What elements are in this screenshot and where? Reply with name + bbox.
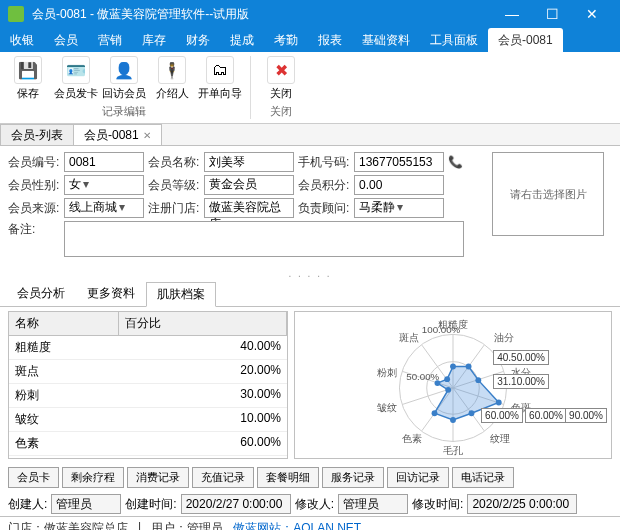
subtab-skin[interactable]: 肌肤档案 — [146, 282, 216, 307]
grid-header-pct[interactable]: 百分比 — [119, 312, 287, 335]
label-points: 会员积分: — [298, 177, 350, 194]
status-store: 傲蓝美容院总店 — [44, 521, 128, 530]
table-row: 粉刺30.00% — [9, 384, 287, 408]
svg-text:毛孔: 毛孔 — [443, 445, 463, 456]
btab-card[interactable]: 会员卡 — [8, 467, 59, 488]
svg-text:粉刺: 粉刺 — [377, 367, 397, 378]
field-mtime — [467, 494, 577, 514]
svg-text:斑点: 斑点 — [398, 332, 418, 343]
ribbon-order-wizard[interactable]: 🗂开单向导 — [196, 54, 244, 103]
tab-member-list[interactable]: 会员-列表 — [0, 124, 74, 145]
field-modifier — [338, 494, 408, 514]
field-phone[interactable] — [354, 152, 444, 172]
label-mtime: 修改时间: — [412, 496, 463, 513]
menu-commission[interactable]: 提成 — [220, 28, 264, 52]
close-icon: ✖ — [267, 56, 295, 84]
menu-member-0081[interactable]: 会员-0081 — [488, 28, 563, 52]
label-store: 注册门店: — [148, 200, 200, 217]
field-level[interactable]: 黄金会员 — [204, 175, 294, 195]
chart-tooltip: 90.00% — [565, 408, 607, 423]
ribbon-close[interactable]: ✖关闭 — [257, 54, 305, 103]
subtab-analysis[interactable]: 会员分析 — [6, 281, 76, 306]
field-name[interactable] — [204, 152, 294, 172]
btab-consume[interactable]: 消费记录 — [127, 467, 189, 488]
menu-finance[interactable]: 财务 — [176, 28, 220, 52]
tab-close-icon[interactable]: ✕ — [143, 130, 151, 141]
field-source[interactable]: 线上商城 — [64, 198, 144, 218]
menu-inventory[interactable]: 库存 — [132, 28, 176, 52]
table-row: 斑点20.00% — [9, 360, 287, 384]
svg-point-16 — [496, 400, 502, 406]
ribbon-issue-card[interactable]: 🪪会员发卡 — [52, 54, 100, 103]
ribbon-visit[interactable]: 👤回访会员 — [100, 54, 148, 103]
status-link[interactable]: 傲蓝网站：AOLAN.NET — [233, 521, 361, 530]
photo-box[interactable]: 请右击选择图片 — [492, 152, 604, 236]
menu-cashier[interactable]: 收银 — [0, 28, 44, 52]
svg-point-15 — [475, 377, 481, 383]
label-source: 会员来源: — [8, 200, 60, 217]
maximize-button[interactable]: ☐ — [532, 0, 572, 28]
menu-reports[interactable]: 报表 — [308, 28, 352, 52]
status-store-label: 门店： — [8, 521, 44, 530]
svg-text:油分: 油分 — [494, 332, 514, 343]
ribbon-save[interactable]: 💾保存 — [4, 54, 52, 103]
radar-chart: 粗糙度 油分 水分 色斑 纹理 毛孔 色素 皱纹 粉刺 斑点 100.00% 5… — [294, 311, 612, 459]
chart-tooltip: 60.00% — [525, 408, 567, 423]
label-remark: 备注: — [8, 221, 60, 238]
field-store[interactable]: 傲蓝美容院总店 — [204, 198, 294, 218]
svg-text:色素: 色素 — [402, 433, 422, 444]
menu-marketing[interactable]: 营销 — [88, 28, 132, 52]
skin-grid: 名称 百分比 粗糙度40.00% 斑点20.00% 粉刺30.00% 皱纹10.… — [8, 311, 288, 459]
btab-call[interactable]: 电话记录 — [452, 467, 514, 488]
table-row: 粗糙度40.00% — [9, 336, 287, 360]
menubar: 收银 会员 营销 库存 财务 提成 考勤 报表 基础资料 工具面板 会员-008… — [0, 28, 620, 52]
phone-icon[interactable]: 📞 — [448, 155, 463, 169]
btab-visit[interactable]: 回访记录 — [387, 467, 449, 488]
subtabs: 会员分析 更多资料 肌肤档案 — [0, 281, 620, 307]
svg-point-17 — [469, 410, 475, 416]
status-user-label: 用户： — [151, 521, 187, 530]
ribbon-group-close-label: 关闭 — [270, 103, 292, 120]
btab-service[interactable]: 服务记录 — [322, 467, 384, 488]
field-consultant[interactable]: 马柔静 — [354, 198, 444, 218]
card-icon: 🪪 — [62, 56, 90, 84]
window-title: 会员-0081 - 傲蓝美容院管理软件--试用版 — [32, 6, 492, 23]
svg-text:50.00%: 50.00% — [406, 371, 439, 382]
grid-body[interactable]: 粗糙度40.00% 斑点20.00% 粉刺30.00% 皱纹10.00% 色素6… — [9, 336, 287, 458]
label-id: 会员编号: — [8, 154, 60, 171]
menu-attendance[interactable]: 考勤 — [264, 28, 308, 52]
svg-point-20 — [445, 387, 451, 393]
field-remark[interactable] — [64, 221, 464, 257]
label-creator: 创建人: — [8, 496, 47, 513]
save-icon: 💾 — [14, 56, 42, 84]
menu-member[interactable]: 会员 — [44, 28, 88, 52]
btab-recharge[interactable]: 充值记录 — [192, 467, 254, 488]
statusbar: 门店：傲蓝美容院总店 | 用户：管理员 傲蓝网站：AOLAN.NET — [0, 516, 620, 530]
field-id[interactable] — [64, 152, 144, 172]
btab-package[interactable]: 套餐明细 — [257, 467, 319, 488]
status-user: 管理员 — [187, 521, 223, 530]
person-icon: 👤 — [110, 56, 138, 84]
bottom-tabs: 会员卡 剩余疗程 消费记录 充值记录 套餐明细 服务记录 回访记录 电话记录 — [0, 463, 620, 492]
label-ctime: 创建时间: — [125, 496, 176, 513]
form-area: 会员编号: 会员名称: 手机号码: 📞 会员性别: 女 会员等级: 黄金会员 会… — [0, 146, 620, 266]
tab-member-0081[interactable]: 会员-0081✕ — [73, 124, 162, 145]
menu-tools[interactable]: 工具面板 — [420, 28, 488, 52]
chart-tooltip: 60.00% — [481, 408, 523, 423]
field-ctime — [181, 494, 291, 514]
ribbon-referrer[interactable]: 🕴介绍人 — [148, 54, 196, 103]
label-modifier: 修改人: — [295, 496, 334, 513]
titlebar: 会员-0081 - 傲蓝美容院管理软件--试用版 — ☐ ✕ — [0, 0, 620, 28]
field-gender[interactable]: 女 — [64, 175, 144, 195]
label-level: 会员等级: — [148, 177, 200, 194]
mid-panel: 名称 百分比 粗糙度40.00% 斑点20.00% 粉刺30.00% 皱纹10.… — [0, 307, 620, 463]
subtab-more[interactable]: 更多资料 — [76, 281, 146, 306]
field-points[interactable] — [354, 175, 444, 195]
grid-header-name[interactable]: 名称 — [9, 312, 119, 335]
close-button[interactable]: ✕ — [572, 0, 612, 28]
document-tabs: 会员-列表 会员-0081✕ — [0, 124, 620, 146]
audit-row: 创建人: 创建时间: 修改人: 修改时间: — [0, 492, 620, 516]
btab-remaining[interactable]: 剩余疗程 — [62, 467, 124, 488]
menu-basedata[interactable]: 基础资料 — [352, 28, 420, 52]
minimize-button[interactable]: — — [492, 0, 532, 28]
